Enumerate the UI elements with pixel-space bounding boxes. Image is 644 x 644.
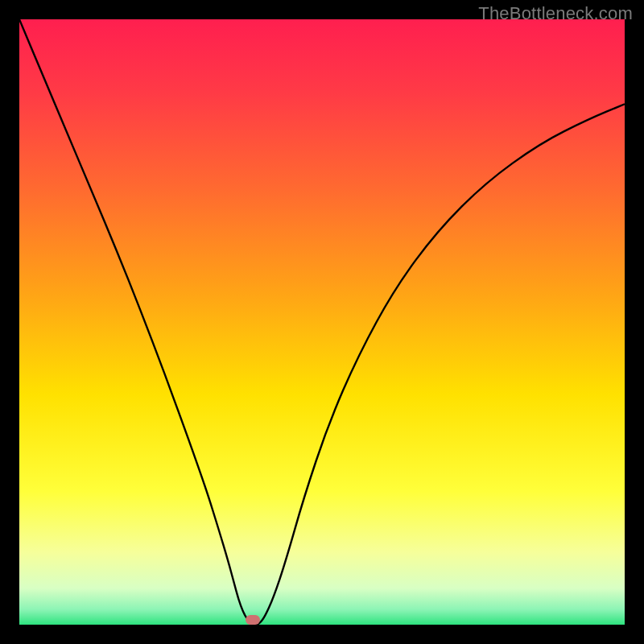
bottleneck-curve [19, 19, 625, 625]
chart-frame: TheBottleneck.com [0, 0, 644, 644]
curve-path [19, 19, 625, 625]
optimal-point-marker [246, 615, 260, 625]
plot-area [19, 19, 625, 625]
